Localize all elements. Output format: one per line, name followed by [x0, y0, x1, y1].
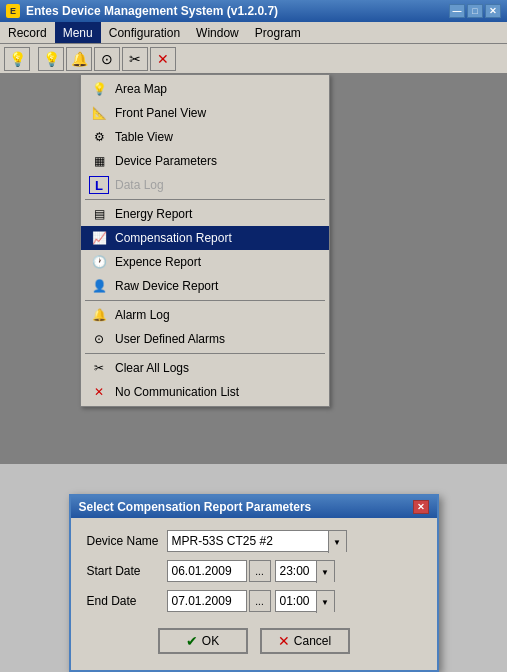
- device-dropdown-arrow[interactable]: ▼: [328, 531, 346, 553]
- start-date-input[interactable]: 06.01.2009: [167, 560, 247, 582]
- device-name-dropdown[interactable]: MPR-53S CT25 #2 ▼: [167, 530, 347, 552]
- separator-2: [85, 300, 325, 301]
- dropdown-menu: 💡 Area Map 📐 Front Panel View ⚙ Table Vi…: [80, 74, 330, 407]
- menu-item-device-params[interactable]: ▦ Device Parameters: [81, 149, 329, 173]
- compensation-dialog: Select Compensation Report Parameters ✕ …: [69, 494, 439, 672]
- end-date-input[interactable]: 07.01.2009: [167, 590, 247, 612]
- device-name-row: Device Name MPR-53S CT25 #2 ▼: [87, 530, 421, 552]
- compensation-report-icon: 📈: [89, 229, 109, 247]
- area-map-icon: 💡: [89, 80, 109, 98]
- menu-record[interactable]: Record: [0, 22, 55, 43]
- menu-bar: Record Menu Configuration Window Program: [0, 22, 507, 44]
- toolbar-btn-2[interactable]: 💡: [38, 47, 64, 71]
- window-controls: — □ ✕: [449, 4, 501, 18]
- end-time-dropdown[interactable]: 01:00 ▼: [275, 590, 335, 612]
- alarm-log-icon: 🔔: [89, 306, 109, 324]
- expense-report-icon: 🕐: [89, 253, 109, 271]
- app-title: Entes Device Management System (v1.2.0.7…: [26, 4, 278, 18]
- toolbar: 💡 💡 🔔 ⊙ ✂ ✕: [0, 44, 507, 74]
- end-date-row: End Date 07.01.2009 ... 01:00 ▼: [87, 590, 421, 612]
- dialog-content: Device Name MPR-53S CT25 #2 ▼ Start Date…: [71, 518, 437, 670]
- end-time-value: 01:00: [280, 594, 310, 608]
- data-log-icon: L: [89, 176, 109, 194]
- app-icon: E: [6, 4, 20, 18]
- clear-logs-icon: ✂: [89, 359, 109, 377]
- close-button[interactable]: ✕: [485, 4, 501, 18]
- dialog-title: Select Compensation Report Parameters: [79, 500, 312, 514]
- front-panel-icon: 📐: [89, 104, 109, 122]
- user-alarms-icon: ⊙: [89, 330, 109, 348]
- cancel-icon: ✕: [278, 633, 290, 649]
- menu-item-data-log[interactable]: L Data Log: [81, 173, 329, 197]
- menu-menu[interactable]: Menu: [55, 22, 101, 43]
- ok-icon: ✔: [186, 633, 198, 649]
- end-date-label: End Date: [87, 594, 167, 608]
- toolbar-btn-1[interactable]: 💡: [4, 47, 30, 71]
- no-comm-icon: ✕: [89, 383, 109, 401]
- toolbar-btn-3[interactable]: 🔔: [66, 47, 92, 71]
- toolbar-btn-5[interactable]: ✂: [122, 47, 148, 71]
- separator-3: [85, 353, 325, 354]
- raw-device-report-icon: 👤: [89, 277, 109, 295]
- start-time-arrow[interactable]: ▼: [316, 561, 334, 583]
- title-bar: E Entes Device Management System (v1.2.0…: [0, 0, 507, 22]
- cancel-button[interactable]: ✕ Cancel: [260, 628, 350, 654]
- energy-report-icon: ▤: [89, 205, 109, 223]
- device-params-icon: ▦: [89, 152, 109, 170]
- menu-item-front-panel[interactable]: 📐 Front Panel View: [81, 101, 329, 125]
- start-date-row: Start Date 06.01.2009 ... 23:00 ▼: [87, 560, 421, 582]
- menu-item-no-comm-list[interactable]: ✕ No Communication List: [81, 380, 329, 404]
- start-date-label: Start Date: [87, 564, 167, 578]
- menu-item-raw-device-report[interactable]: 👤 Raw Device Report: [81, 274, 329, 298]
- minimize-button[interactable]: —: [449, 4, 465, 18]
- main-area: 💡 Area Map 📐 Front Panel View ⚙ Table Vi…: [0, 74, 507, 464]
- menu-item-energy-report[interactable]: ▤ Energy Report: [81, 202, 329, 226]
- ok-button[interactable]: ✔ OK: [158, 628, 248, 654]
- start-date-picker-button[interactable]: ...: [249, 560, 271, 582]
- table-view-icon: ⚙: [89, 128, 109, 146]
- end-date-picker-button[interactable]: ...: [249, 590, 271, 612]
- menu-item-clear-all-logs[interactable]: ✂ Clear All Logs: [81, 356, 329, 380]
- menu-item-user-defined-alarms[interactable]: ⊙ User Defined Alarms: [81, 327, 329, 351]
- dialog-close-button[interactable]: ✕: [413, 500, 429, 514]
- device-name-value: MPR-53S CT25 #2: [172, 534, 273, 548]
- menu-item-area-map[interactable]: 💡 Area Map: [81, 77, 329, 101]
- ok-label: OK: [202, 634, 219, 648]
- menu-item-compensation-report[interactable]: 📈 Compensation Report: [81, 226, 329, 250]
- toolbar-btn-4[interactable]: ⊙: [94, 47, 120, 71]
- menu-window[interactable]: Window: [188, 22, 247, 43]
- start-time-value: 23:00: [280, 564, 310, 578]
- menu-configuration[interactable]: Configuration: [101, 22, 188, 43]
- maximize-button[interactable]: □: [467, 4, 483, 18]
- dialog-title-bar: Select Compensation Report Parameters ✕: [71, 496, 437, 518]
- menu-item-alarm-log[interactable]: 🔔 Alarm Log: [81, 303, 329, 327]
- start-time-dropdown[interactable]: 23:00 ▼: [275, 560, 335, 582]
- dialog-buttons: ✔ OK ✕ Cancel: [87, 620, 421, 658]
- cancel-label: Cancel: [294, 634, 331, 648]
- menu-item-expense-report[interactable]: 🕐 Expence Report: [81, 250, 329, 274]
- end-time-arrow[interactable]: ▼: [316, 591, 334, 613]
- device-name-label: Device Name: [87, 534, 167, 548]
- separator-1: [85, 199, 325, 200]
- menu-program[interactable]: Program: [247, 22, 309, 43]
- menu-item-table-view[interactable]: ⚙ Table View: [81, 125, 329, 149]
- toolbar-btn-6[interactable]: ✕: [150, 47, 176, 71]
